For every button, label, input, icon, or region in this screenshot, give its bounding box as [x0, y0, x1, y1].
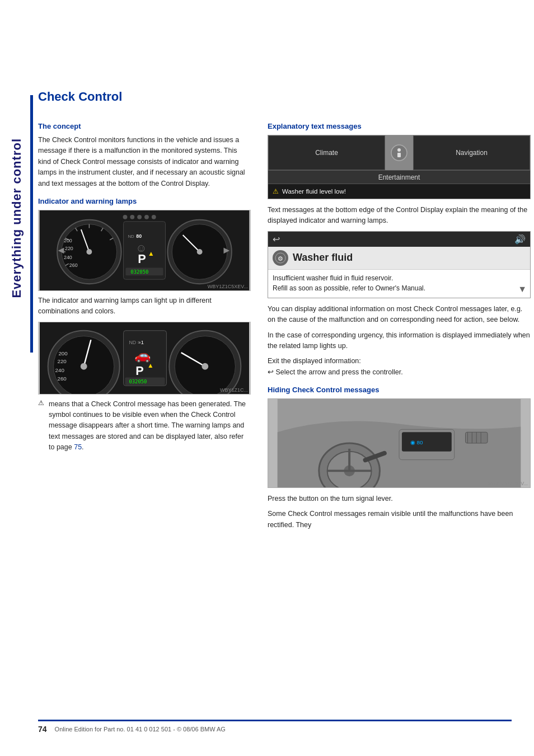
hiding-text1: Press the button on the turn signal leve…: [268, 494, 531, 504]
explanatory-heading: Explanatory text messages: [268, 122, 531, 130]
svg-text:ND: ND: [128, 234, 134, 239]
washer-body-text2: Refill as soon as possible, refer to Own…: [273, 284, 425, 292]
svg-text:80: 80: [136, 233, 142, 239]
washer-fluid-body: Insufficient washer fluid in fluid reser…: [268, 270, 530, 298]
svg-text:260: 260: [69, 262, 78, 267]
washer-fluid-title: Washer fluid: [293, 252, 353, 264]
page-number: 74: [38, 725, 47, 734]
svg-point-57: [397, 148, 401, 152]
washer-fluid-title-row: ⚙ Washer fluid: [268, 247, 530, 270]
svg-rect-58: [397, 153, 401, 157]
explanatory-text4: Exit the displayed information: ↩ Select…: [268, 356, 531, 378]
idrive-center-icon: [385, 135, 413, 170]
svg-point-55: [202, 363, 208, 369]
instrument-cluster-image-large: 200 220 240 260 ND 80 P ▲: [38, 210, 251, 291]
right-column: Explanatory text messages Climate: [268, 114, 531, 535]
idrive-climate-cell: Climate: [268, 135, 385, 170]
svg-text:P: P: [135, 363, 143, 377]
svg-text:220: 220: [65, 246, 73, 251]
idrive-warning-bar: ⚠ Washer fluid level low!: [268, 184, 530, 199]
idrive-top-row: Climate Navigation: [268, 135, 530, 170]
warning-triangle-icon: ⚠: [38, 399, 44, 407]
svg-point-31: [152, 215, 156, 219]
svg-text:032050: 032050: [130, 269, 148, 275]
warning-body-text: means that a Check Control message has b…: [49, 399, 251, 453]
svg-text:►: ►: [222, 245, 232, 256]
svg-point-11: [86, 249, 92, 255]
two-column-layout: The concept The Check Control monitors f…: [38, 114, 531, 535]
page-title: Check Control: [38, 90, 531, 104]
svg-text:▲: ▲: [147, 361, 154, 369]
svg-text:-1: -1: [139, 339, 144, 345]
svg-text:◉ 80: ◉ 80: [410, 439, 423, 445]
svg-point-30: [144, 215, 149, 219]
indicator-lamps-text: The indicator and warning lamps can ligh…: [38, 295, 251, 317]
idrive-navigation-cell: Navigation: [413, 135, 530, 170]
hiding-text2: Some Check Control messages remain visib…: [268, 509, 531, 530]
svg-point-43: [81, 363, 87, 369]
washer-fluid-box: ↩ 🔊 ⚙ Washer fluid Insufficien: [268, 231, 531, 298]
indicator-lamps-heading: Indicator and warning lamps: [38, 197, 251, 205]
img-label-3: WBY1Z1C5XEV...: [488, 481, 528, 486]
svg-text:☺: ☺: [135, 242, 147, 254]
idrive-entertainment-cell: Entertainment: [378, 173, 420, 181]
svg-text:260: 260: [57, 375, 67, 382]
washer-fluid-icon: ⚙: [273, 250, 288, 266]
svg-point-29: [137, 215, 142, 219]
explanatory-text3: In the case of corresponding urgency, th…: [268, 330, 531, 352]
svg-text:200: 200: [58, 350, 68, 356]
footer-text: Online Edition for Part no. 01 41 0 012 …: [55, 726, 226, 732]
svg-point-27: [123, 215, 128, 219]
svg-text:240: 240: [55, 367, 64, 373]
idrive-screen-image: Climate Navigation: [268, 135, 531, 199]
svg-text:🚗: 🚗: [134, 348, 151, 363]
washer-fluid-header: ↩ 🔊: [268, 232, 530, 247]
page-container: Everything under control Check Control T…: [0, 0, 534, 756]
explanatory-text1: Text messages at the bottom edge of the …: [268, 205, 531, 227]
svg-text:032050: 032050: [129, 379, 147, 384]
warning-text-block: ⚠ means that a Check Control message has…: [38, 399, 251, 453]
svg-text:220: 220: [57, 358, 67, 364]
svg-rect-70: [402, 432, 452, 452]
svg-text:200: 200: [64, 238, 72, 243]
warning-icon: ⚠: [273, 187, 279, 195]
explanatory-text2: You can display additional information o…: [268, 304, 531, 326]
main-content: Check Control The concept The Check Cont…: [38, 90, 531, 535]
page-ref-link[interactable]: 75: [74, 443, 82, 451]
concept-text: The Check Control monitors functions in …: [38, 135, 251, 189]
washer-body-text1: Insufficient washer fluid in fluid reser…: [273, 274, 393, 282]
back-arrow-inline: ↩: [268, 368, 275, 376]
svg-point-26: [197, 249, 203, 255]
concept-heading: The concept: [38, 122, 251, 130]
sidebar-text-container: Everything under control: [0, 101, 34, 336]
left-column: The concept The Check Control monitors f…: [38, 114, 251, 535]
svg-point-28: [130, 215, 134, 219]
svg-text:◄: ◄: [56, 245, 66, 256]
sidebar-label: Everything under control: [10, 138, 24, 298]
volume-icon: 🔊: [514, 234, 526, 245]
img-label-1: WBY1Z1C5XEV...: [208, 284, 248, 289]
page-footer: 74 Online Edition for Part no. 01 41 0 0…: [38, 720, 512, 734]
hiding-heading: Hiding Check Control messages: [268, 386, 531, 394]
svg-text:⚙: ⚙: [278, 255, 283, 262]
instrument-cluster-image-small: 200 220 240 260 ND ≡ -1 🚗 P: [38, 322, 251, 395]
back-arrow-icon: ↩: [273, 234, 280, 245]
img-label-2: WBY1Z1C...: [220, 387, 248, 393]
scroll-down-icon: ▼: [518, 284, 527, 294]
car-interior-image: ◉ 80 WBY1Z1C5XEV...: [268, 398, 531, 488]
idrive-warning-text: ⚠ Washer fluid level low!: [273, 187, 346, 195]
warning-bar-text: Washer fluid level low!: [282, 188, 346, 195]
svg-text:▲: ▲: [148, 250, 154, 257]
